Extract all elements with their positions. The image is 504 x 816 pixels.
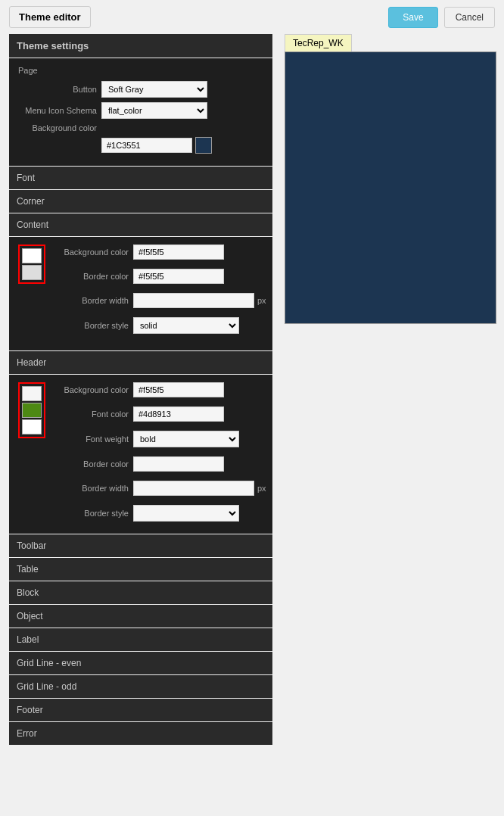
left-panel: Theme settings Page Button Soft Gray Dar…	[9, 34, 272, 746]
content-bg-input[interactable]: #f5f5f5	[133, 244, 224, 260]
header-font-weight-label: Font weight	[50, 434, 133, 444]
bg-color-input-row: #1C3551	[18, 137, 263, 154]
cancel-button[interactable]: Cancel	[444, 7, 495, 28]
main-layout: Theme settings Page Button Soft Gray Dar…	[0, 34, 504, 746]
header-swatch-border[interactable]	[22, 419, 42, 434]
section-header-footer[interactable]: Footer	[9, 699, 272, 721]
corner-section-header[interactable]: Corner	[9, 190, 272, 213]
content-section-body: Background color #f5f5f5 Border color #f…	[9, 237, 272, 350]
button-row: Button Soft Gray Dark Light	[18, 81, 263, 98]
header-bg-label: Background color	[50, 385, 133, 394]
bg-color-input-group: #1C3551	[101, 137, 212, 154]
content-swatch-2[interactable]	[22, 265, 42, 280]
font-section-header[interactable]: Font	[9, 167, 272, 189]
menu-icon-row: Menu Icon Schema flat_color gradient out…	[18, 102, 263, 119]
header-font-weight-select[interactable]: bold normal lighter	[133, 431, 239, 447]
preview-tab[interactable]: TecRep_WK	[285, 34, 352, 51]
header-section-body: Background color #f5f5f5 Font color #4d8…	[9, 375, 272, 534]
save-button[interactable]: Save	[388, 7, 437, 28]
content-border-color-input[interactable]: #f5f5f5	[133, 269, 224, 284]
header-border-color-label: Border color	[50, 459, 133, 469]
content-bg-row: Background color #f5f5f5 Border color #f…	[18, 244, 263, 338]
menu-icon-label: Menu Icon Schema	[18, 105, 101, 116]
page-label: Page	[18, 66, 263, 75]
header-bg-input[interactable]: #f5f5f5	[133, 382, 224, 397]
content-border-style-select[interactable]: solid dashed dotted	[133, 317, 239, 334]
content-swatch-1[interactable]	[22, 248, 42, 263]
header-picker-box	[18, 382, 45, 438]
section-header-table[interactable]: Table	[9, 558, 272, 581]
content-bg-color-row: Background color #f5f5f5	[50, 244, 266, 260]
content-border-style-label: Border style	[50, 321, 133, 330]
bg-color-swatch[interactable]	[195, 137, 212, 154]
content-border-width-row: Border width px	[50, 293, 266, 308]
content-border-width-input[interactable]	[133, 293, 254, 308]
header-bar: Theme editor Save Cancel	[0, 0, 504, 34]
content-picker-box	[18, 244, 45, 284]
header-px-label: px	[257, 484, 266, 493]
section-header-block[interactable]: Block	[9, 581, 272, 604]
menu-icon-select[interactable]: flat_color gradient outline	[101, 102, 207, 119]
header-swatch-bg[interactable]	[22, 386, 42, 401]
preview-area	[285, 51, 496, 324]
header-font-color-label: Font color	[50, 410, 133, 419]
section-header-toolbar[interactable]: Toolbar	[9, 534, 272, 557]
content-border-color-label: Border color	[50, 272, 133, 281]
section-header-object[interactable]: Object	[9, 605, 272, 628]
header-bg-color-row: Background color #f5f5f5	[50, 382, 266, 397]
header-font-color-row: Font color #4d8913	[50, 406, 266, 422]
content-border-style-row: Border style solid dashed dotted	[50, 317, 266, 334]
section-header-error[interactable]: Error	[9, 722, 272, 745]
header-section-header[interactable]: Header	[9, 351, 272, 374]
section-header-grid-line---even[interactable]: Grid Line - even	[9, 652, 272, 674]
header-border-style-label: Border style	[50, 509, 133, 518]
section-header-grid-line---odd[interactable]: Grid Line - odd	[9, 675, 272, 698]
bg-color-input[interactable]: #1C3551	[101, 138, 192, 153]
header-swatch-font[interactable]	[22, 403, 42, 418]
header-font-weight-row: Font weight bold normal lighter	[50, 431, 266, 447]
page-section-body: Page Button Soft Gray Dark Light Menu Ic…	[9, 58, 272, 166]
content-border-width-label: Border width	[50, 296, 133, 305]
content-border-color-row: Border color #f5f5f5	[50, 269, 266, 284]
theme-editor-button[interactable]: Theme editor	[9, 6, 91, 28]
content-px-label: px	[257, 296, 266, 305]
bg-color-row: Background color	[18, 123, 263, 132]
content-bg-label: Background color	[50, 248, 133, 257]
button-label: Button	[18, 85, 101, 94]
theme-settings-header[interactable]: Theme settings	[9, 34, 272, 58]
content-section-header[interactable]: Content	[9, 213, 272, 236]
header-border-color-row: Border color	[50, 456, 266, 472]
section-header-label[interactable]: Label	[9, 628, 272, 651]
right-panel: TecRep_WK	[285, 34, 496, 746]
header-border-width-row: Border width px	[50, 481, 266, 496]
bg-color-label: Background color	[18, 123, 101, 132]
header-border-style-row: Border style solid dashed	[50, 505, 266, 522]
header-border-color-input[interactable]	[133, 456, 224, 472]
header-border-width-label: Border width	[50, 484, 133, 493]
header-border-style-select[interactable]: solid dashed	[133, 505, 239, 522]
button-select[interactable]: Soft Gray Dark Light	[101, 81, 207, 98]
header-border-width-input[interactable]	[133, 481, 254, 496]
collapsed-sections: ToolbarTableBlockObjectLabelGrid Line - …	[9, 534, 272, 745]
header-font-color-input[interactable]: #4d8913	[133, 406, 224, 422]
